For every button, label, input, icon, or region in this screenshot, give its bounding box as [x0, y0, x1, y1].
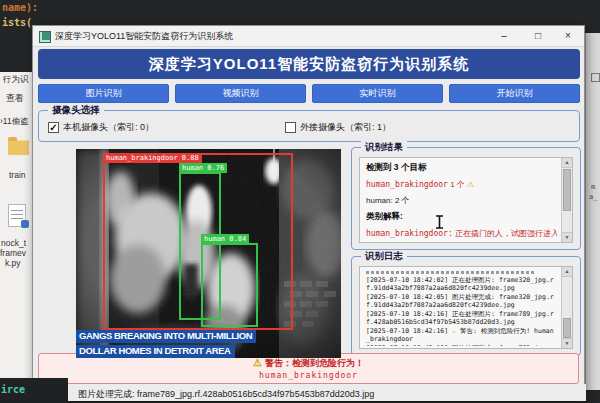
- log-entry: [2025-07-10 18:42:18] 图片处理完成: frame789_j…: [366, 344, 557, 346]
- external-camera-option[interactable]: 外接摄像头（索引: 1）: [285, 121, 391, 134]
- class-explanation: 正在撬门的人，试图强行进入【危险行为】: [455, 229, 557, 238]
- image-recognition-button[interactable]: 图片识别: [38, 84, 169, 103]
- alert-class-name: human_brakingdoor: [39, 371, 578, 380]
- detection-label: human 0.76: [179, 163, 227, 173]
- header-banner: 深度学习YOLO11智能安防盗窃行为识别系统: [38, 49, 580, 79]
- log-entry: [2025-07-10 18:42:02] 正在处理图片: frame320_j…: [366, 276, 557, 292]
- results-textbox[interactable]: 检测到 3 个目标 human_brakingdoor 1 个 ⚠ human:…: [359, 157, 573, 243]
- file-label[interactable]: k.py: [5, 258, 21, 268]
- log-group: 识别日志 [2025-07-10 18:42:02] 正在处理图片: frame…: [351, 256, 581, 356]
- explorer-window-title: 行为识: [3, 74, 29, 86]
- scroll-down-icon[interactable]: ▼: [562, 232, 572, 242]
- log-textbox[interactable]: [2025-07-10 18:42:02] 正在处理图片: frame320_j…: [359, 266, 573, 349]
- breadcrumb: ›11偷盗: [0, 116, 29, 128]
- scroll-thumb[interactable]: [563, 318, 571, 338]
- maximize-button[interactable]: □: [530, 28, 546, 43]
- toolbar: 图片识别 视频识别 实时识别 开始识别: [38, 84, 580, 103]
- folder-icon[interactable]: [8, 140, 29, 155]
- scroll-down-icon[interactable]: ▼: [562, 338, 572, 348]
- alert-text: 警告：检测到危险行为！: [265, 358, 364, 368]
- clipped-log-line: [366, 271, 534, 274]
- class-name: human_brakingdoor:: [366, 229, 453, 238]
- results-scrollbar[interactable]: ▲ ▼: [561, 158, 572, 242]
- status-text: 图片处理完成: frame789_jpg.rf.428ab0516b5cd34f…: [78, 388, 374, 401]
- scroll-up-icon[interactable]: ▲: [562, 158, 572, 168]
- page-title: 深度学习YOLO11智能安防盗窃行为识别系统: [149, 55, 469, 74]
- group-title: 识别结果: [361, 141, 407, 154]
- log-entry: [2025-07-10 18:42:16] 正在处理图片: frame789_j…: [366, 310, 557, 326]
- checkbox-unchecked[interactable]: [285, 122, 296, 133]
- screen: name): ists( 行为识 查看 ›11偷盗 train nock_t f…: [0, 0, 600, 403]
- log-entry-warning: [2025-07-10 18:42:16] ⚠ 警告: 检测到危险行为! hum…: [366, 327, 557, 343]
- terminal-block: irce: [0, 378, 68, 403]
- status-bar: 图片处理完成: frame789_jpg.rf.428ab0516b5cd34f…: [33, 384, 586, 401]
- menu-item-view[interactable]: 查看: [6, 92, 24, 105]
- results-summary: 检测到 3 个目标: [366, 162, 557, 174]
- maximize-icon: [591, 73, 600, 82]
- background-text: a_: [589, 193, 597, 201]
- log-scrollbar[interactable]: ▲ ▼: [561, 267, 572, 348]
- window-title: 深度学习YOLO11智能安防盗窃行为识别系统: [55, 30, 233, 43]
- terminal-text: irce: [1, 384, 25, 395]
- app-icon: [39, 31, 51, 43]
- minimize-button[interactable]: –: [496, 28, 512, 43]
- scroll-up-icon[interactable]: ▲: [562, 267, 572, 277]
- folder-label[interactable]: train: [9, 170, 26, 180]
- group-title: 识别日志: [361, 250, 407, 263]
- background-text: m: [591, 183, 595, 191]
- text-cursor-pointer: [435, 215, 444, 229]
- background-window-strip: m a_: [585, 33, 600, 390]
- local-camera-option[interactable]: ✓ 本机摄像头（索引: 0）: [48, 121, 154, 134]
- detection-box-human-2: human 0.84: [201, 243, 258, 327]
- file-explorer-strip: 行为识 查看 ›11偷盗 train nock_t framev k.py: [0, 72, 33, 378]
- editor-code-line: name):: [2, 2, 38, 13]
- file-label[interactable]: nock_t: [1, 238, 26, 248]
- results-group: 识别结果 检测到 3 个目标 human_brakingdoor 1 个 ⚠ h…: [351, 147, 581, 250]
- group-title: 摄像头选择: [48, 104, 104, 117]
- file-label[interactable]: framev: [0, 248, 26, 258]
- image-display: human_brakingdoor 0.88 human 0.76 human …: [76, 149, 341, 358]
- start-recognition-button[interactable]: 开始识别: [449, 84, 580, 103]
- editor-code-line: ists(: [2, 17, 32, 28]
- realtime-recognition-button[interactable]: 实时识别: [312, 84, 443, 103]
- detection-label: human_brakingdoor 0.88: [103, 153, 202, 163]
- camera-select-group: 摄像头选择 ✓ 本机摄像头（索引: 0） 外接摄像头（索引: 1）: [38, 110, 580, 142]
- log-entry: [2025-07-10 18:42:05] 图片处理完成: frame320_j…: [366, 293, 557, 309]
- app-window: 深度学习YOLO11智能安防盗窃行为识别系统 – □ × 深度学习YOLO11智…: [32, 25, 585, 400]
- warning-icon: ⚠: [253, 357, 262, 368]
- warning-icon: ⚠: [467, 180, 474, 189]
- class-name: human_brakingdoor: [366, 180, 448, 189]
- close-button[interactable]: ×: [560, 28, 576, 43]
- titlebar[interactable]: 深度学习YOLO11智能安防盗窃行为识别系统 – □ ×: [33, 26, 584, 47]
- warning-icon: ⚠: [452, 327, 456, 335]
- checkbox-checked[interactable]: ✓: [48, 122, 59, 133]
- python-file-icon[interactable]: [8, 204, 26, 227]
- news-caption: GANGS BREAKING INTO MULTI-MILLION DOLLAR…: [76, 328, 256, 358]
- class-count: human: 2 个: [366, 195, 557, 206]
- detection-label: human 0.84: [201, 234, 249, 244]
- explain-title: 类别解释:: [366, 211, 557, 223]
- vscode-badge-icon: [21, 220, 29, 228]
- scroll-thumb[interactable]: [563, 169, 571, 211]
- video-recognition-button[interactable]: 视频识别: [175, 84, 306, 103]
